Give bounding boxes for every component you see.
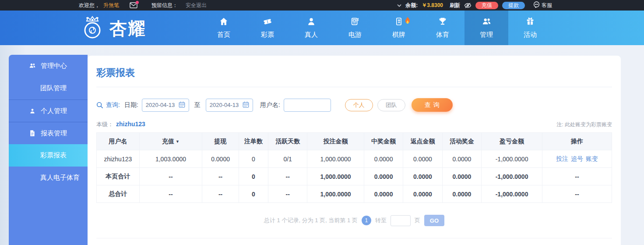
nav-item-egames[interactable]: 电游 xyxy=(333,11,377,45)
query-label: 查询: xyxy=(106,101,120,109)
slot-machine-icon xyxy=(350,17,360,28)
person-icon xyxy=(306,17,316,28)
sidebar-item-personal-manage[interactable]: 个人管理 xyxy=(9,99,88,122)
level-username-link[interactable]: zhizhu123 xyxy=(116,121,145,128)
sidebar-item-manage-center[interactable]: 管理中心 xyxy=(9,55,88,77)
calendar-icon[interactable] xyxy=(179,101,185,109)
account-change-note: 注: 此处账变为彩票账变 xyxy=(556,121,612,128)
col-header-active-days: 活跃天数 xyxy=(268,133,307,150)
table-row-grand-total: 总合计 -- -- 0 -- 1,000.0000 0.0000 0.0000 … xyxy=(97,185,612,203)
sidebar-item-live-esports[interactable]: 真人电子体育 xyxy=(9,167,88,189)
col-header-username: 用户名 xyxy=(97,133,140,150)
action-chase-link[interactable]: 追号 xyxy=(571,155,583,162)
cell-actions: 投注追号账变 xyxy=(542,150,612,168)
date-to-value: 2020-04-13 xyxy=(210,102,240,108)
balance-value: ￥3.8300 xyxy=(422,2,443,9)
username-label: 用户名: xyxy=(260,101,280,109)
col-header-bonus-amount: 活动奖金 xyxy=(442,133,481,150)
welcome-text: 欢迎您， xyxy=(79,2,100,9)
mahjong-tile-icon xyxy=(394,17,404,28)
recharge-button[interactable]: 充值 xyxy=(475,2,498,9)
user-icon xyxy=(29,108,36,114)
nav-item-promos[interactable]: 活动 xyxy=(508,11,552,45)
col-header-bet-amount: 投注金额 xyxy=(307,133,364,150)
pagination: 总计 1 个记录, 分为 1 页, 当前第 1 页 1 转至 页 GO xyxy=(96,215,612,226)
col-header-win-amount: 中奖金额 xyxy=(364,133,403,150)
goto-label: 转至 xyxy=(375,217,387,224)
col-header-withdraw: 提现 xyxy=(202,133,239,150)
nav-item-boardgames[interactable]: 棋牌 xyxy=(377,11,421,45)
brand-logo[interactable]: 杏耀 xyxy=(79,14,146,43)
chat-bubble-icon xyxy=(533,1,540,9)
nav-item-manage[interactable]: 管理 xyxy=(465,11,508,45)
brand-emblem-icon xyxy=(79,14,106,43)
mail-icon[interactable] xyxy=(130,2,137,8)
nav-item-sports[interactable]: 体育 xyxy=(421,11,465,45)
footer-divider xyxy=(96,238,612,238)
date-from-input[interactable]: 2020-04-13 xyxy=(142,99,189,112)
balance-label: 余额: xyxy=(405,2,418,9)
username-text[interactable]: 升煞笔 xyxy=(103,2,119,9)
nav-item-home[interactable]: 首页 xyxy=(202,11,246,45)
nav-menu: 首页 彩票 真人 电游 棋牌 体育 管理 xyxy=(202,11,552,45)
notification-dot xyxy=(136,1,139,4)
col-header-rebate-amount: 返点金额 xyxy=(403,133,442,150)
sidebar-item-report-manage[interactable]: 报表管理 xyxy=(9,122,88,144)
reserved-info-label: 预留信息： xyxy=(151,2,178,9)
customer-service-button[interactable]: 客服 xyxy=(533,1,552,9)
cell-username: zhizhu123 xyxy=(97,150,140,168)
main-navbar: 杏耀 首页 彩票 真人 电游 棋牌 体育 xyxy=(0,11,644,45)
date-to-input[interactable]: 2020-04-13 xyxy=(206,99,253,112)
nav-item-live[interactable]: 真人 xyxy=(289,11,333,45)
pagination-summary: 总计 1 个记录, 分为 1 页, 当前第 1 页 xyxy=(264,217,358,224)
gift-icon xyxy=(525,17,535,28)
logout-link[interactable]: 安全退出 xyxy=(186,2,207,9)
content-panel: 彩票报表 查询: 日期: 2020-04-13 至 2020-04-13 用户名… xyxy=(88,56,621,245)
scope-personal-button[interactable]: 个人 xyxy=(345,99,373,111)
col-header-bet-count: 注单数 xyxy=(239,133,268,150)
goto-page-input[interactable] xyxy=(391,215,411,226)
cell-profit-loss: -1,000.0000 xyxy=(482,150,542,168)
search-button[interactable]: 查询 xyxy=(412,98,453,112)
trophy-icon xyxy=(438,17,447,28)
date-range-to-label: 至 xyxy=(194,101,201,109)
users-icon xyxy=(29,63,36,69)
topbar: 欢迎您，升煞笔 预留信息： 安全退出 余额: ￥3.8300 刷新 充值 提款 … xyxy=(0,0,644,11)
customer-service-label: 客服 xyxy=(542,2,552,9)
users-icon xyxy=(482,17,492,28)
col-header-profit-loss: 盈亏金额 xyxy=(482,133,542,150)
page-unit-label: 页 xyxy=(415,217,420,224)
go-button[interactable]: GO xyxy=(424,215,444,226)
search-icon xyxy=(96,102,103,109)
ticket-icon xyxy=(263,17,272,28)
calendar-icon[interactable] xyxy=(243,101,249,109)
hot-flame-icon xyxy=(404,17,411,27)
report-icon xyxy=(29,130,36,137)
nav-item-lottery[interactable]: 彩票 xyxy=(246,11,289,45)
username-input[interactable] xyxy=(284,99,331,112)
report-table: 用户名 充值▼ 提现 注单数 活跃天数 投注金额 中奖金额 返点金额 活动奖金 … xyxy=(96,132,612,203)
title-divider xyxy=(96,87,612,87)
col-header-actions: 操作 xyxy=(542,133,612,150)
page-title: 彩票报表 xyxy=(96,56,612,79)
sort-desc-icon: ▼ xyxy=(176,139,179,144)
level-label: 本级： xyxy=(96,121,113,128)
action-account-change-link[interactable]: 账变 xyxy=(586,155,598,162)
table-header-row: 用户名 充值▼ 提现 注单数 活跃天数 投注金额 中奖金额 返点金额 活动奖金 … xyxy=(97,133,612,150)
col-header-recharge-sortable[interactable]: 充值▼ xyxy=(139,133,202,150)
brand-name: 杏耀 xyxy=(109,17,146,41)
withdraw-button[interactable]: 提款 xyxy=(502,2,525,9)
eye-off-icon[interactable] xyxy=(464,3,472,8)
page-1-button[interactable]: 1 xyxy=(362,216,371,225)
table-row-page-total: 本页合计 -- -- 0 -- 1,000.0000 0.0000 0.0000… xyxy=(97,168,612,185)
scope-team-button[interactable]: 团队 xyxy=(377,99,405,111)
sidebar-item-lottery-report[interactable]: 彩票报表 xyxy=(9,144,88,167)
date-label: 日期: xyxy=(124,101,138,109)
refresh-balance-link[interactable]: 刷新 xyxy=(450,2,460,9)
sidebar-item-team-manage[interactable]: 团队管理 xyxy=(9,77,88,99)
date-from-value: 2020-04-13 xyxy=(146,102,176,108)
action-bet-link[interactable]: 投注 xyxy=(556,155,568,162)
chevron-down-icon[interactable] xyxy=(397,4,401,7)
level-row: 本级： zhizhu123 注: 此处账变为彩票账变 xyxy=(96,121,612,128)
table-row-user: zhizhu123 1,003.0000 0.0000 0 0/1 1,000.… xyxy=(97,150,612,168)
